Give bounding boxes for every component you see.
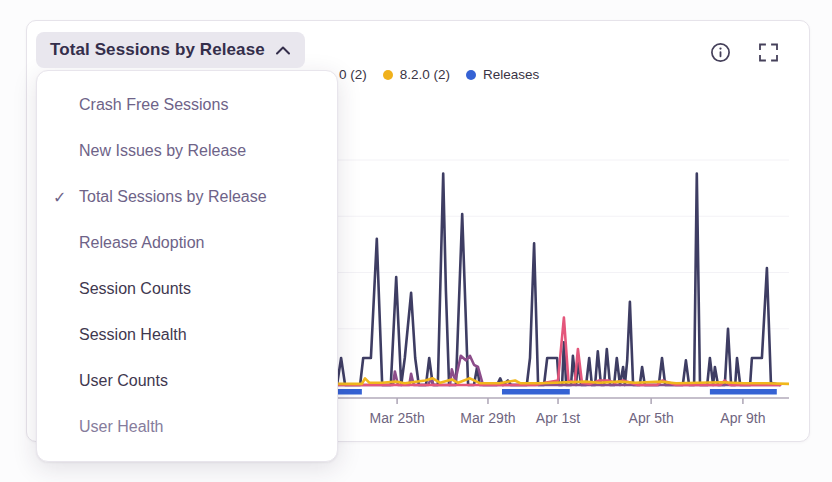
widget-type-dropdown-menu: Crash Free SessionsNew Issues by Release…	[36, 70, 338, 462]
x-axis-tick-label: Apr 9th	[720, 410, 765, 426]
check-icon: ✓	[53, 188, 73, 207]
x-axis-tick-label: Mar 29th	[460, 410, 515, 426]
menu-item-label: Session Health	[79, 326, 187, 344]
menu-item-user-counts[interactable]: User Counts	[37, 358, 337, 404]
release-navy-sessions-line	[337, 174, 780, 386]
menu-item-label: Crash Free Sessions	[79, 96, 228, 114]
legend-dot-icon	[383, 70, 393, 80]
legend-label: 8.2.0 (2)	[400, 67, 450, 82]
legend-item[interactable]: 0 (2)	[339, 67, 367, 82]
x-axis-tick-label: Mar 25th	[369, 410, 424, 426]
menu-item-label: New Issues by Release	[79, 142, 246, 160]
x-axis-tick-label: Apr 5th	[629, 410, 674, 426]
legend-label: 0 (2)	[339, 67, 367, 82]
fullscreen-icon	[759, 43, 778, 62]
menu-item-label: Session Counts	[79, 280, 191, 298]
menu-item-session-counts[interactable]: Session Counts	[37, 266, 337, 312]
info-button[interactable]	[708, 40, 732, 64]
legend-item[interactable]: 8.2.0 (2)	[383, 67, 450, 82]
widget-title-dropdown-trigger[interactable]: Total Sessions by Release	[36, 32, 305, 68]
release-bar[interactable]	[502, 389, 570, 395]
chart-legend: 0 (2)8.2.0 (2)Releases	[339, 67, 539, 82]
menu-item-total-sessions-by-release[interactable]: ✓Total Sessions by Release	[37, 174, 337, 220]
menu-item-label: User Health	[79, 418, 163, 436]
x-axis-tick-label: Apr 1st	[536, 410, 580, 426]
expand-button[interactable]	[756, 40, 780, 64]
sessions-chart[interactable]	[337, 108, 789, 408]
menu-item-release-adoption[interactable]: Release Adoption	[37, 220, 337, 266]
chevron-up-icon	[275, 46, 291, 55]
menu-item-label: Total Sessions by Release	[79, 188, 267, 206]
menu-item-label: User Counts	[79, 372, 168, 390]
legend-dot-icon	[466, 70, 476, 80]
release-bar[interactable]	[710, 389, 777, 395]
menu-item-label: Release Adoption	[79, 234, 204, 252]
legend-item[interactable]: Releases	[466, 67, 539, 82]
dashboard-page: Mar 25thMar 29thApr 1stApr 5thApr 9th 0 …	[0, 0, 832, 482]
legend-label: Releases	[483, 67, 539, 82]
release-bar[interactable]	[337, 389, 362, 395]
menu-item-crash-free-sessions[interactable]: Crash Free Sessions	[37, 82, 337, 128]
x-axis-labels: Mar 25thMar 29thApr 1stApr 5thApr 9th	[337, 410, 789, 430]
widget-title: Total Sessions by Release	[50, 40, 265, 60]
menu-item-session-health[interactable]: Session Health	[37, 312, 337, 358]
sessions-chart-svg	[337, 108, 789, 408]
menu-item-user-health[interactable]: User Health	[37, 404, 337, 450]
info-icon	[710, 42, 731, 63]
menu-item-new-issues-by-release[interactable]: New Issues by Release	[37, 128, 337, 174]
